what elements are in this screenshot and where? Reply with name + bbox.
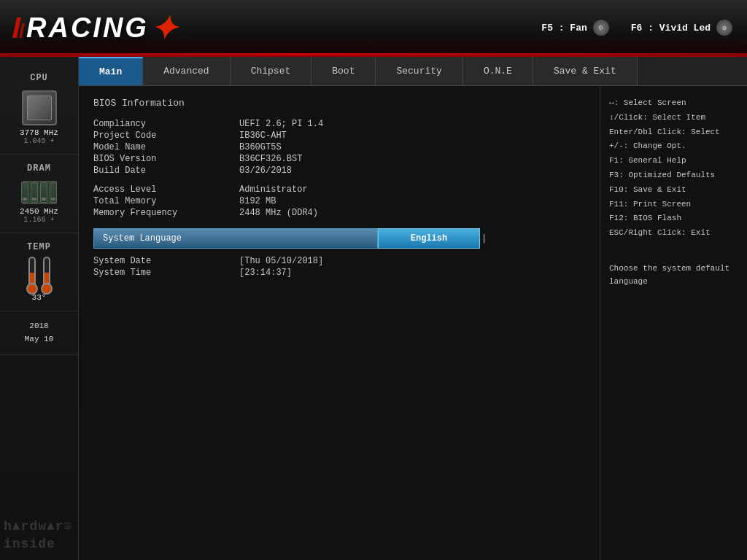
cursor-indicator: | [481, 233, 487, 244]
cpu-icon [22, 90, 57, 125]
dram-volt: 1.166 + [23, 216, 54, 224]
model-name-label: Model Name [93, 142, 239, 152]
f6-led-button[interactable]: F6 : Vivid Led ✿ [631, 20, 732, 36]
access-level-row: Access Level Administrator [93, 184, 585, 195]
bios-info-title: BIOS Information [93, 98, 585, 109]
logo: RACING ✦ [15, 9, 177, 47]
access-level-label: Access Level [93, 184, 239, 195]
total-memory-row: Total Memory 8192 MB [93, 196, 585, 206]
system-time-row[interactable]: System Time [23:14:37] [93, 268, 585, 278]
sidebar-dram-section: DRAM 2450 MHz 1.166 + [0, 155, 78, 233]
temp-label: TEMP [27, 242, 51, 252]
led-icon: ✿ [716, 20, 732, 36]
cpu-volt: 1.045 + [23, 137, 54, 145]
build-date-row: Build Date 03/26/2018 [93, 166, 585, 176]
model-name-row: Model Name B360GT5S [93, 142, 585, 152]
build-date-value: 03/26/2018 [239, 166, 292, 176]
watermark-line2: inside [4, 536, 75, 553]
sidebar-temp-section: TEMP 33° [0, 233, 78, 311]
f5-fan-button[interactable]: F5 : Fan ⚙ [541, 20, 608, 36]
system-date-label: System Date [93, 256, 239, 266]
compliancy-value: UEFI 2.6; PI 1.4 [239, 119, 323, 129]
tab-one[interactable]: O.N.E [463, 57, 533, 85]
temp-value: 33° [32, 293, 47, 302]
dram-icon [22, 181, 57, 204]
tab-save-exit[interactable]: Save & Exit [533, 57, 638, 85]
logo-x-icon: ✦ [150, 9, 177, 47]
project-code-row: Project Code IB36C-AHT [93, 131, 585, 141]
fan-icon: ⚙ [593, 20, 609, 36]
tab-boot[interactable]: Boot [311, 57, 376, 85]
total-memory-value: 8192 MB [239, 196, 276, 206]
sidebar: CPU 3778 MHz 1.045 + DRAM 2450 MHz 1.166… [0, 57, 79, 560]
bios-version-row: BIOS Version B36CF326.BST [93, 154, 585, 164]
bios-version-value: B36CF326.BST [239, 154, 302, 164]
header: RACING ✦ F5 : Fan ⚙ F6 : Vivid Led ✿ [0, 0, 747, 57]
system-language-label: System Language [93, 228, 378, 249]
total-memory-label: Total Memory [93, 196, 239, 206]
project-code-label: Project Code [93, 131, 239, 141]
cpu-freq: 3778 MHz [20, 128, 58, 137]
memory-freq-label: Memory Frequency [93, 208, 239, 218]
bios-version-label: BIOS Version [93, 154, 239, 164]
system-time-label: System Time [93, 268, 239, 278]
compliancy-row: Compliancy UEFI 2.6; PI 1.4 [93, 119, 585, 129]
system-date-value[interactable]: [Thu 05/10/2018] [239, 256, 323, 266]
memory-freq-row: Memory Frequency 2448 MHz (DDR4) [93, 208, 585, 218]
system-language-value[interactable]: English [378, 228, 480, 249]
help-navigation: ↔: Select Screen ↕/Click: Select Item En… [609, 96, 738, 241]
model-name-value: B360GT5S [239, 142, 282, 152]
right-panel: ↔: Select Screen ↕/Click: Select Item En… [600, 86, 747, 560]
compliancy-label: Compliancy [93, 119, 239, 129]
system-language-row[interactable]: System Language English | [93, 228, 585, 249]
date-year: 2018 [25, 320, 54, 333]
sidebar-date-section: 2018 May 10 [0, 311, 78, 355]
tab-advanced[interactable]: Advanced [143, 57, 230, 85]
tab-chipset[interactable]: Chipset [231, 57, 312, 85]
cpu-label: CPU [30, 73, 48, 83]
dram-freq: 2450 MHz [20, 207, 58, 216]
thermometer-icon [26, 257, 53, 293]
f5-key-label: F5 : Fan [541, 23, 587, 34]
dram-label: DRAM [27, 163, 51, 174]
system-time-value[interactable]: [23:14:37] [239, 268, 292, 278]
tab-security[interactable]: Security [376, 57, 462, 85]
help-description: Choose the system default language [609, 262, 738, 288]
access-level-value: Administrator [239, 184, 308, 195]
build-date-label: Build Date [93, 166, 239, 176]
f6-key-label: F6 : Vivid Led [631, 23, 711, 34]
sidebar-cpu-section: CPU 3778 MHz 1.045 + [0, 64, 78, 155]
system-date-row[interactable]: System Date [Thu 05/10/2018] [93, 256, 585, 266]
watermark-line1: h▲rdw▲r≡ [4, 518, 75, 535]
memory-freq-value: 2448 MHz (DDR4) [239, 208, 318, 218]
date-day: May 10 [25, 333, 54, 346]
logo-text: RACING [26, 12, 149, 44]
nav-tabs: Main Advanced Chipset Boot Security O.N.… [0, 57, 747, 86]
tab-main[interactable]: Main [79, 57, 143, 85]
main-content: BIOS Information Compliancy UEFI 2.6; PI… [79, 86, 600, 560]
header-controls: F5 : Fan ⚙ F6 : Vivid Led ✿ [541, 20, 732, 36]
project-code-value: IB36C-AHT [239, 131, 287, 141]
watermark: h▲rdw▲r≡ inside [4, 518, 75, 553]
